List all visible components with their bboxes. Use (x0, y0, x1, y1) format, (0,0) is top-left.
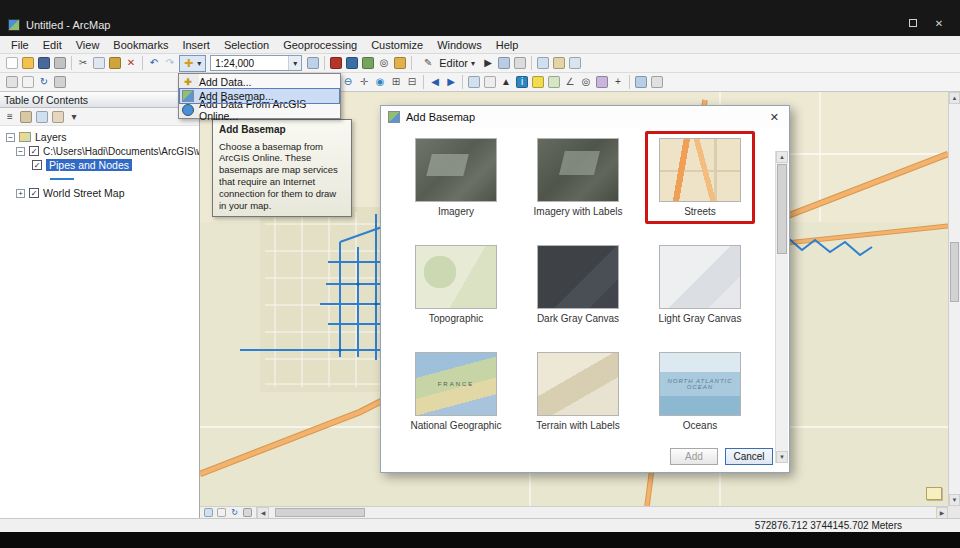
list-by-selection-icon[interactable] (52, 111, 64, 123)
scroll-down-arrow[interactable]: ▼ (949, 494, 960, 506)
basemap-tile-topographic[interactable]: Topographic (395, 245, 517, 324)
vertical-scroll-thumb[interactable] (950, 242, 959, 302)
scroll-left-arrow[interactable]: ◀ (257, 507, 269, 519)
clear-selected-features-icon[interactable] (484, 76, 496, 88)
basemap-tile-oceans[interactable]: NORTH ATLANTIC OCEAN Oceans (639, 352, 761, 431)
fixed-zoom-in-icon[interactable]: ⊞ (389, 75, 403, 89)
copy-icon[interactable] (93, 57, 105, 69)
menu-edit[interactable]: Edit (36, 36, 69, 53)
dialog-scroll-down-arrow[interactable]: ▼ (776, 451, 788, 463)
pan-icon[interactable]: ✛ (357, 75, 371, 89)
collapse-icon[interactable]: − (16, 147, 25, 156)
horizontal-scroll-thumb[interactable] (275, 508, 365, 517)
find-route-icon[interactable] (596, 76, 608, 88)
select-features-icon[interactable] (468, 76, 480, 88)
scroll-right-arrow[interactable]: ▶ (936, 507, 948, 519)
menu-bookmarks[interactable]: Bookmarks (106, 36, 175, 53)
basemap-tile-imagery-with-labels[interactable]: Imagery with Labels (517, 138, 639, 217)
dialog-scrollbar[interactable]: ▲ ▼ (775, 151, 788, 463)
basemap-tile-national-geographic[interactable]: FRANCE National Geographic (395, 352, 517, 431)
pause-drawing-icon[interactable] (54, 76, 66, 88)
refresh-view-icon[interactable]: ↻ (37, 75, 51, 89)
viewer-window-icon[interactable] (651, 76, 663, 88)
measure-icon[interactable]: ∠ (563, 75, 577, 89)
menu-file[interactable]: File (4, 36, 36, 53)
menu-insert[interactable]: Insert (175, 36, 217, 53)
add-button[interactable]: Add (670, 448, 718, 465)
dialog-scroll-thumb[interactable] (777, 164, 787, 254)
save-icon[interactable] (38, 57, 50, 69)
expand-icon[interactable]: + (16, 189, 25, 198)
pause-button-icon[interactable] (243, 508, 252, 517)
map-vertical-scrollbar[interactable]: ▲ ▼ (948, 92, 960, 506)
data-view-button-icon[interactable] (204, 508, 213, 517)
edit-attributes-icon[interactable] (514, 57, 526, 69)
list-by-source-icon[interactable] (20, 111, 32, 123)
new-document-icon[interactable] (6, 57, 18, 69)
arctoolbox-icon[interactable] (330, 57, 342, 69)
map-scale-combobox[interactable]: 1:24,000 ▾ (210, 55, 302, 71)
zoom-out-icon[interactable]: ⊖ (341, 75, 355, 89)
undo-icon[interactable]: ↶ (147, 56, 161, 70)
basemap-tile-light-gray-canvas[interactable]: Light Gray Canvas (639, 245, 761, 324)
go-to-xy-icon[interactable]: + (611, 75, 625, 89)
menu-item-add-data-from-arcgis-online[interactable]: Add Data From ArcGIS Online... (180, 103, 339, 117)
menu-selection[interactable]: Selection (217, 36, 276, 53)
basemap-tile-streets[interactable]: Streets (639, 138, 761, 217)
full-extent-globe-icon[interactable] (307, 57, 319, 69)
toc-options-icon[interactable]: ▾ (67, 110, 81, 124)
back-extent-icon[interactable]: ◀ (428, 75, 442, 89)
group-checkbox[interactable]: ✓ (29, 146, 39, 156)
select-elements-icon[interactable]: ▲ (499, 75, 513, 89)
menu-windows[interactable]: Windows (430, 36, 489, 53)
python-window-icon[interactable] (346, 57, 358, 69)
dialog-scroll-up-arrow[interactable]: ▲ (776, 151, 788, 163)
table-window-icon[interactable] (569, 57, 581, 69)
menu-view[interactable]: View (69, 36, 107, 53)
refresh-button-icon[interactable]: ↻ (229, 507, 240, 518)
restore-window-button[interactable] (900, 15, 926, 31)
scroll-up-arrow[interactable]: ▲ (949, 92, 960, 104)
search-window-icon[interactable]: ◎ (377, 56, 391, 70)
create-features-icon[interactable] (553, 57, 565, 69)
identify-icon[interactable]: i (516, 76, 528, 88)
time-slider-icon[interactable] (635, 76, 647, 88)
basemap-tile-imagery[interactable]: Imagery (395, 138, 517, 217)
layout-view-button-icon[interactable] (217, 508, 226, 517)
dialog-title-bar[interactable]: Add Basemap ✕ (381, 106, 789, 128)
basemap-tile-terrain-with-labels[interactable]: Terrain with Labels (517, 352, 639, 431)
list-by-visibility-icon[interactable] (36, 111, 48, 123)
menu-item-add-data[interactable]: ✚ Add Data... (180, 75, 339, 89)
toc-item-pipes-and-nodes[interactable]: ✓ Pipes and Nodes (0, 158, 199, 172)
menu-geoprocessing[interactable]: Geoprocessing (276, 36, 364, 53)
hyperlink-icon[interactable] (532, 76, 544, 88)
list-by-drawing-order-icon[interactable]: ≡ (3, 110, 17, 124)
basemap-checkbox[interactable]: ✓ (29, 188, 39, 198)
html-popup-icon[interactable] (548, 76, 560, 88)
toc-item-layers[interactable]: − Layers (0, 130, 199, 144)
data-frame-tools-icon[interactable] (6, 76, 18, 88)
fixed-zoom-out-icon[interactable]: ⊟ (405, 75, 419, 89)
cancel-button[interactable]: Cancel (725, 448, 773, 465)
forward-extent-icon[interactable]: ▶ (444, 75, 458, 89)
snapping-icon[interactable] (537, 57, 549, 69)
redo-icon[interactable]: ↷ (163, 56, 177, 70)
add-data-split-button[interactable]: ✚ ▾ (179, 55, 206, 72)
collapse-icon[interactable]: − (6, 133, 15, 142)
overflow-annotation-icon[interactable] (926, 487, 942, 500)
basemap-tile-dark-gray-canvas[interactable]: Dark Gray Canvas (517, 245, 639, 324)
menu-help[interactable]: Help (489, 36, 526, 53)
paste-icon[interactable] (109, 57, 121, 69)
dialog-close-button[interactable]: ✕ (767, 111, 782, 124)
open-folder-icon[interactable] (22, 57, 34, 69)
find-icon[interactable]: ◎ (579, 75, 593, 89)
delete-icon[interactable]: ✕ (124, 56, 138, 70)
toc-item-group-layer[interactable]: − ✓ C:\Users\Hadi\Documents\ArcGIS\water… (0, 144, 199, 158)
cut-icon[interactable]: ✂ (76, 56, 90, 70)
model-builder-icon[interactable] (362, 57, 374, 69)
menu-customize[interactable]: Customize (364, 36, 430, 53)
layout-tools-icon[interactable] (22, 76, 34, 88)
print-icon[interactable] (54, 57, 66, 69)
arccatalog-icon[interactable] (394, 57, 406, 69)
toc-item-world-street-map[interactable]: + ✓ World Street Map (0, 186, 199, 200)
